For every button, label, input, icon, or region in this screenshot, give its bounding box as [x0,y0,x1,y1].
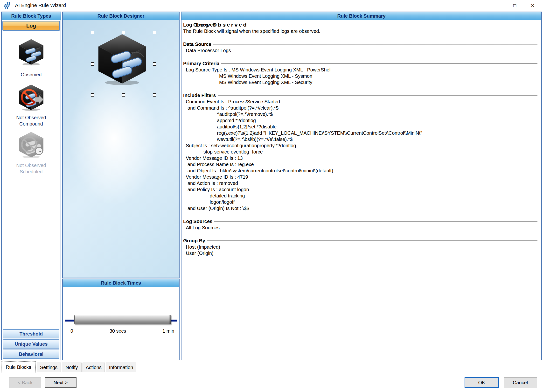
section-rule-line [266,25,537,25]
back-button: < Back [9,377,41,388]
section-rule-line [207,240,537,241]
summary-line: and Object Is : hklm\system\currentcontr… [188,168,538,174]
ok-button[interactable]: OK [465,377,499,388]
tick-1min: 1 min [162,328,174,334]
summary-line: All Log Sources [186,224,538,231]
summary-line: The Rule Block will signal when the spec… [183,28,538,34]
selection-handle[interactable] [153,31,156,34]
selection-handle[interactable] [122,93,125,97]
summary-line: and Command Is : ^auditpol(?=.*\/clear).… [188,105,538,111]
summary-line: stop-service eventlog -force [203,149,538,155]
summary-line: Log Source Type Is : MS Windows Event Lo… [186,67,538,73]
summary-line: auditpol\s{1,2}/set.*?disable [217,124,538,130]
summary-line: Host (Impacted) [186,244,538,250]
summary-line: Common Event Is : Process/Service Starte… [186,98,538,105]
section-rule-line [218,95,537,96]
tab-actions[interactable]: Actions [83,363,105,372]
close-icon[interactable]: × [525,0,541,11]
summary-line: detailed tracking [210,193,538,199]
rule-block-types-header: Rule Block Types [2,12,61,20]
tick-30secs: 30 secs [110,328,126,334]
unique-values-button[interactable]: Unique Values [3,339,59,349]
section-rule-line [213,44,537,45]
title-bar: AI Engine Rule Wizard — □ × [0,0,543,11]
not-observed-compound-cube-icon[interactable] [16,82,46,112]
observed-cube-icon[interactable] [16,37,46,66]
section-rule-line [214,221,537,222]
cancel-button[interactable]: Cancel [504,377,537,388]
type-label-not-observed-scheduled: Not Observed Scheduled [2,162,61,175]
summary-line: User (Origin) [186,250,538,256]
rule-block-times-header: Rule Block Times [63,279,179,287]
ai-engine-rule-wizard-window: AI Engine Rule Wizard — □ × Rule Block T… [0,0,543,392]
maximize-icon[interactable]: □ [507,0,523,11]
summary-line: Data Processor Logs [186,47,538,54]
not-observed-scheduled-cube-icon [16,129,46,159]
type-label-not-observed-compound[interactable]: Not Observed Compound [2,114,61,127]
summary-line: and Action Is : removed [188,180,538,186]
selected-rule-block-cube-icon[interactable] [94,29,151,86]
summary-line: ^auditpol(?=.*\/remove).*$ [217,111,538,117]
summary-line: MS Windows Event Logging XML - Security [219,79,538,85]
selection-handle[interactable] [153,93,156,97]
section-rule-line [221,63,537,64]
log-type-button[interactable]: Log [2,21,60,31]
summary-line: Vendor Message ID Is : 4719 [186,174,538,180]
time-slider-bar[interactable] [74,315,171,324]
rule-block-summary-body: Log Observed Log Observed The Rule Block… [181,20,541,360]
logrhythm-logo-icon [3,1,12,10]
type-label-observed[interactable]: Observed [2,71,61,78]
summary-line: MS Windows Event Logging XML - Sysmon [219,73,538,79]
summary-line: Log Sources [183,218,538,224]
selection-handle[interactable] [91,93,94,97]
wizard-tab-bar: Rule Blocks Settings Notify Actions Info… [0,361,543,375]
wizard-footer: < Back Next > OK Cancel [0,375,543,392]
summary-line: Include Filters [183,92,538,98]
tab-notify[interactable]: Notify [62,363,82,372]
rule-block-types-panel: Rule Block Types Log Observed Not Observ… [1,12,61,360]
rule-block-times-body: 0 30 secs 1 min [63,287,179,360]
rule-block-designer-header: Rule Block Designer [63,12,179,20]
behavioral-button[interactable]: Behavioral [3,350,59,359]
rule-block-summary-panel: Rule Block Summary Log Observed Log Obse… [181,12,542,360]
summary-line: Subject Is : set\-webconfigurationproper… [186,142,538,149]
summary-line: Primary Criteria [183,60,538,67]
summary-line: logon/logoff [210,199,538,205]
summary-line: reg(\.exe)?\s{1,2}add "HKEY_LOCAL_MACHIN… [217,130,538,136]
window-title: AI Engine Rule Wizard [15,2,66,8]
next-button[interactable]: Next > [45,377,77,388]
overlapped-text-artifact: Log Observed [196,22,248,28]
designer-canvas[interactable] [63,20,179,278]
summary-line: Vendor Message ID Is : 13 [186,155,538,161]
summary-line: appcmd.*?dontlog [217,117,538,124]
tab-settings[interactable]: Settings [37,363,61,372]
summary-line: and Process Name Is : reg.exe [188,161,538,168]
summary-line: Group By [183,238,538,244]
tab-rule-blocks[interactable]: Rule Blocks [1,361,36,373]
minimize-icon[interactable]: — [487,0,502,11]
rule-block-designer-panel: Rule Block Designer [62,12,180,278]
threshold-button[interactable]: Threshold [3,329,59,338]
summary-line: and User (Origin) Is Not : \$$ [188,205,538,211]
selection-handle[interactable] [153,62,156,66]
summary-line: Log Observed Log Observed [183,22,538,28]
rule-block-summary-header: Rule Block Summary [181,12,541,20]
rule-block-times-panel: Rule Block Times 0 30 secs 1 min [62,279,180,360]
summary-line: wevtutil(?=.*\bsl\b)(?=.*\/e\:false).*$ [217,136,538,142]
tick-zero: 0 [70,328,73,334]
tab-information[interactable]: Information [106,363,136,372]
summary-line: Data Source [183,41,538,47]
time-slider-ticks: 0 30 secs 1 min [70,328,174,334]
summary-line: and Policy Is : account logon [188,186,538,193]
